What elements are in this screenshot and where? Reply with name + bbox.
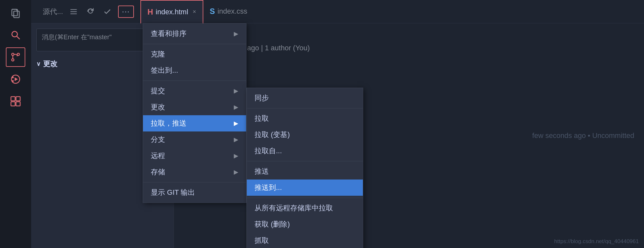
tab-bar: 源代... ··· xyxy=(31,0,644,23)
sep-s2 xyxy=(247,161,363,161)
html-tab-icon: H xyxy=(148,7,153,17)
separator-1 xyxy=(143,44,246,44)
tab-css-label: index.css xyxy=(218,7,247,16)
menu-item-changes[interactable]: 更改 ▶ xyxy=(143,99,246,115)
inline-blame: few seconds ago • Uncommitted xyxy=(532,131,634,140)
menu-item-push[interactable]: 推送 xyxy=(247,163,363,180)
menu-item-view-sort[interactable]: 查看和排序 ▶ xyxy=(143,26,246,42)
menu-item-checkout[interactable]: 签出到... xyxy=(143,62,246,79)
svg-rect-0 xyxy=(14,11,19,18)
checkmark-button[interactable] xyxy=(101,6,113,17)
menu-label-remote: 远程 xyxy=(151,151,165,161)
svg-point-6 xyxy=(12,59,14,61)
svg-rect-11 xyxy=(16,97,20,101)
more-button[interactable]: ··· xyxy=(118,6,134,18)
chevron-down-icon: ∨ xyxy=(36,60,41,68)
menu-label-stash: 存储 xyxy=(151,167,165,177)
menu-label-pull-rebase: 拉取 (变基) xyxy=(255,130,290,140)
menu-item-push-to[interactable]: 推送到... xyxy=(247,180,363,196)
submenu-arrow-pull-push: ▶ xyxy=(234,120,238,127)
breadcrumb: H > index.html xyxy=(184,30,634,37)
activity-bar xyxy=(0,0,31,248)
sep-s1 xyxy=(247,108,363,108)
menu-item-stash[interactable]: 存储 ▶ xyxy=(143,164,246,180)
blame-info: You, a few seconds ago | 1 author (You) xyxy=(184,44,634,52)
menu-item-commit[interactable]: 提交 ▶ xyxy=(143,83,246,99)
submenu-arrow-changes: ▶ xyxy=(234,104,238,111)
menu-item-sync[interactable]: 同步 xyxy=(247,90,363,106)
source-control-icon[interactable] xyxy=(6,47,25,67)
inline-blame-text: few seconds ago • Uncommitted xyxy=(532,131,634,140)
submenu-arrow-stash: ▶ xyxy=(234,168,238,176)
menu-item-show-git[interactable]: 显示 GIT 输出 xyxy=(143,184,246,201)
tab-index-css[interactable]: S index.css xyxy=(203,0,254,23)
submenu-arrow-branch: ▶ xyxy=(234,136,238,143)
menu-label-view-sort: 查看和排序 xyxy=(151,29,186,39)
menu-item-clone[interactable]: 克隆 xyxy=(143,46,246,62)
menu-label-sync: 同步 xyxy=(255,93,269,103)
files-icon[interactable] xyxy=(6,3,25,23)
submenu-arrow: ▶ xyxy=(234,30,238,37)
css-tab-icon: S xyxy=(210,7,215,16)
menu-label-fetch: 抓取 xyxy=(255,236,269,245)
menu-label-checkout: 签出到... xyxy=(151,66,178,75)
menu-label-fetch-all: 从所有远程存储库中拉取 xyxy=(255,203,333,213)
menu-label-branch: 分支 xyxy=(151,135,165,144)
menu-item-fetch-all[interactable]: 从所有远程存储库中拉取 xyxy=(247,200,363,216)
toolbar-area: 源代... ··· xyxy=(36,6,140,18)
svg-point-5 xyxy=(17,53,19,56)
search-icon[interactable] xyxy=(6,25,25,45)
svg-line-3 xyxy=(17,36,20,39)
svg-marker-7 xyxy=(15,77,18,81)
tab-html-label: index.html xyxy=(156,8,188,16)
menu-label-pull-from: 拉取自... xyxy=(255,146,282,156)
svg-rect-10 xyxy=(11,97,15,101)
menu-item-pull[interactable]: 拉取 xyxy=(247,110,363,127)
svg-point-9 xyxy=(12,80,14,82)
debug-run-icon[interactable] xyxy=(6,69,25,89)
menu-label-commit: 提交 xyxy=(151,86,165,96)
menu-item-fetch[interactable]: 抓取 xyxy=(247,232,363,248)
menu-item-remote[interactable]: 远程 ▶ xyxy=(143,148,246,164)
menu-item-pull-push[interactable]: 拉取，推送 ▶ xyxy=(143,115,246,131)
refresh-button[interactable] xyxy=(84,6,97,17)
menu-label-push-to: 推送到... xyxy=(255,183,282,192)
separator-2 xyxy=(143,81,246,81)
svg-point-4 xyxy=(12,53,14,56)
menu-item-fetch-prune[interactable]: 获取 (删除) xyxy=(247,216,363,232)
separator-3 xyxy=(143,182,246,182)
changes-label: 更改 xyxy=(43,59,57,69)
code-line-1: 111 xyxy=(184,59,634,72)
menu-label-pull: 拉取 xyxy=(255,114,269,123)
primary-context-menu: 查看和排序 ▶ 克隆 签出到... 提交 ▶ 更改 ▶ 拉取，推送 ▶ 分支 ▶… xyxy=(143,23,246,203)
menu-label-clone: 克隆 xyxy=(151,49,165,59)
menu-label-push: 推送 xyxy=(255,167,269,176)
menu-label-changes: 更改 xyxy=(151,102,165,112)
svg-rect-12 xyxy=(11,102,15,106)
svg-point-2 xyxy=(12,31,18,37)
list-button[interactable] xyxy=(67,6,80,17)
tab-html-close[interactable]: × xyxy=(193,8,196,15)
menu-item-pull-rebase[interactable]: 拉取 (变基) xyxy=(247,127,363,143)
sep-s3 xyxy=(247,198,363,198)
more-icon: ··· xyxy=(122,7,130,16)
tab-index-html[interactable]: H index.html × xyxy=(140,0,203,23)
commit-placeholder: 消息(⌘Enter 在"master" xyxy=(42,33,112,41)
secondary-context-menu: 同步 拉取 拉取 (变基) 拉取自... 推送 推送到... 从所有远程存储库中… xyxy=(246,88,363,248)
extensions-icon[interactable] xyxy=(6,92,25,111)
menu-item-pull-from[interactable]: 拉取自... xyxy=(247,143,363,159)
svg-rect-13 xyxy=(16,102,20,106)
svg-point-8 xyxy=(12,77,14,79)
menu-label-show-git: 显示 GIT 输出 xyxy=(151,188,195,197)
watermark: https://blog.csdn.net/qq_40440961 xyxy=(554,238,639,245)
menu-item-branch[interactable]: 分支 ▶ xyxy=(143,131,246,148)
submenu-arrow-commit: ▶ xyxy=(234,87,238,94)
menu-label-fetch-prune: 获取 (删除) xyxy=(255,219,290,229)
source-control-label: 源代... xyxy=(43,7,63,17)
submenu-arrow-remote: ▶ xyxy=(234,152,238,159)
menu-label-pull-push: 拉取，推送 xyxy=(151,118,186,128)
